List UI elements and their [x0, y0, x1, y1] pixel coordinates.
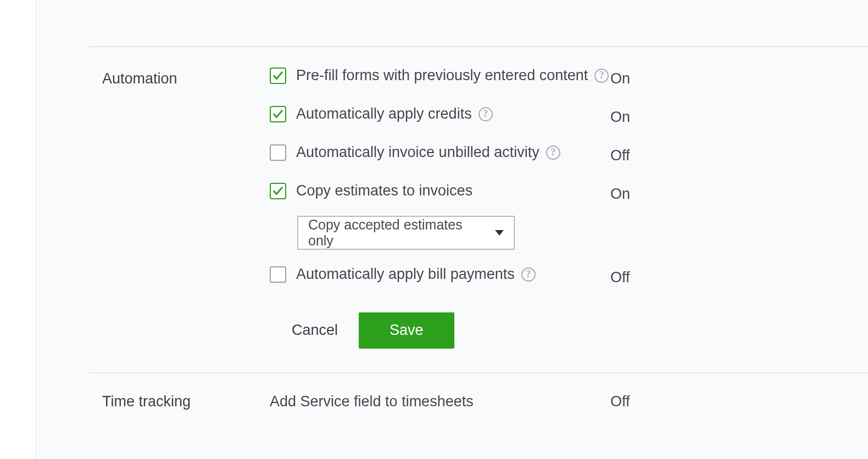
status-auto-apply-credits: On [610, 109, 630, 126]
setting-auto-invoice-unbilled: Automatically invoice unbilled activity … [270, 144, 665, 161]
help-icon[interactable]: ? [521, 267, 536, 282]
label-prefill-forms: Pre-fill forms with previously entered c… [296, 67, 588, 84]
label-auto-apply-credits: Automatically apply credits [296, 105, 472, 122]
section-divider-top [90, 46, 868, 47]
label-auto-invoice-unbilled: Automatically invoice unbilled activity [296, 144, 539, 161]
track-locations-status: Off [610, 0, 630, 3]
copy-estimates-dropdown-value: Copy accepted estimates only [308, 217, 487, 249]
status-prefill-forms: On [610, 70, 630, 87]
check-icon [272, 70, 284, 82]
settings-panel: Track locations Off Automation Pre-fill … [36, 0, 868, 459]
label-copy-estimates: Copy estimates to invoices [296, 182, 472, 199]
action-buttons: Cancel Save [292, 312, 454, 349]
copy-estimates-dropdown[interactable]: Copy accepted estimates only [297, 216, 515, 250]
chevron-down-icon [495, 230, 504, 236]
section-title-time-tracking: Time tracking [102, 393, 245, 410]
help-icon[interactable]: ? [594, 69, 609, 83]
page-root: Track locations Off Automation Pre-fill … [0, 0, 868, 459]
label-auto-apply-bill-payments: Automatically apply bill payments [296, 266, 515, 283]
setting-copy-estimates: Copy estimates to invoices [270, 182, 665, 199]
cancel-button[interactable]: Cancel [292, 312, 338, 349]
track-locations-label: Track locations [270, 0, 366, 3]
status-auto-invoice-unbilled: Off [610, 147, 630, 164]
checkbox-prefill-forms[interactable] [270, 68, 286, 84]
checkbox-auto-apply-credits[interactable] [270, 106, 286, 122]
status-copy-estimates: On [610, 186, 630, 203]
setting-add-service-field: Add Service field to timesheets [270, 393, 665, 410]
check-icon [272, 185, 284, 197]
checkbox-auto-invoice-unbilled[interactable] [270, 144, 286, 161]
help-icon[interactable]: ? [478, 107, 493, 121]
check-icon [272, 108, 284, 120]
help-icon[interactable]: ? [546, 145, 560, 160]
checkbox-copy-estimates[interactable] [270, 183, 286, 199]
label-add-service-field: Add Service field to timesheets [270, 393, 474, 410]
status-auto-apply-bill-payments: Off [610, 269, 630, 286]
setting-prefill-forms: Pre-fill forms with previously entered c… [270, 67, 665, 84]
setting-auto-apply-bill-payments: Automatically apply bill payments ? [270, 266, 665, 283]
section-divider-bottom [90, 372, 868, 373]
section-title-automation: Automation [102, 70, 245, 87]
status-add-service-field: Off [610, 393, 630, 410]
save-button[interactable]: Save [359, 312, 454, 349]
setting-auto-apply-credits: Automatically apply credits ? [270, 105, 665, 122]
checkbox-auto-apply-bill-payments[interactable] [270, 266, 286, 283]
